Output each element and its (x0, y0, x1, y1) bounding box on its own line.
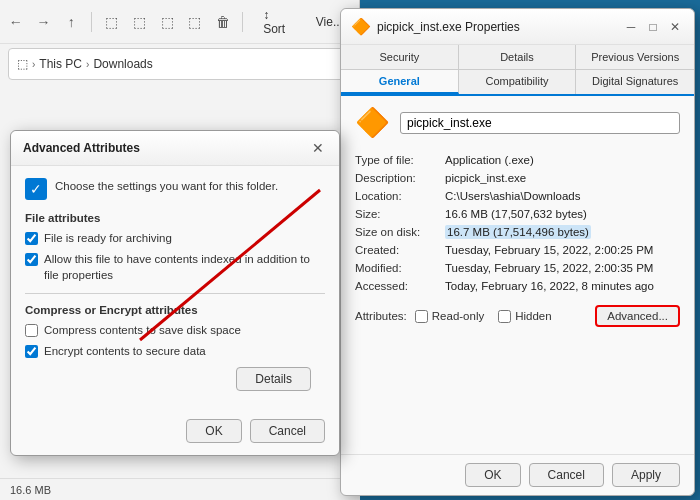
close-button[interactable]: ✕ (666, 18, 684, 36)
hidden-checkbox[interactable] (498, 310, 511, 323)
encrypt-checkbox[interactable] (25, 345, 38, 358)
hidden-check-wrap: Hidden (498, 310, 551, 323)
advanced-button[interactable]: Advanced... (595, 305, 680, 327)
indexing-checkbox[interactable] (25, 253, 38, 266)
dialog-titlebar: Advanced Attributes ✕ (11, 131, 339, 166)
attributes-row: Attributes: Read-only Hidden Advanced... (355, 305, 680, 327)
filename-row: 🔶 (355, 106, 680, 139)
rename-icon[interactable]: ⬚ (187, 12, 203, 32)
location-row: Location: C:\Users\ashia\Downloads (355, 187, 680, 205)
nav-back-icon[interactable]: ← (8, 12, 24, 32)
props-body: 🔶 Type of file: Application (.exe) Descr… (341, 96, 694, 454)
readonly-label: Read-only (432, 310, 484, 322)
dialog-footer: OK Cancel (11, 411, 339, 455)
indexing-label: Allow this file to have contents indexed… (44, 251, 325, 283)
props-title-text: picpick_inst.exe Properties (377, 20, 520, 34)
file-attributes-label: File attributes (25, 212, 325, 224)
archiving-row: File is ready for archiving (25, 230, 325, 246)
status-bar: 16.6 MB (0, 478, 360, 500)
window-buttons: ─ □ ✕ (622, 18, 684, 36)
desc-row: Description: picpick_inst.exe (355, 169, 680, 187)
nav-forward-icon[interactable]: → (36, 12, 52, 32)
minimize-button[interactable]: ─ (622, 18, 640, 36)
desc-value: picpick_inst.exe (445, 169, 680, 187)
copy-icon[interactable]: ⬚ (132, 12, 148, 32)
breadcrumb-home-icon: ⬚ (17, 57, 28, 71)
tab-previous-versions[interactable]: Previous Versions (576, 45, 694, 69)
breadcrumb-downloads[interactable]: Downloads (93, 57, 152, 71)
picpick-icon: 🔶 (351, 17, 371, 36)
folder-check-icon: ✓ (25, 178, 47, 200)
details-btn-row: Details (25, 367, 325, 399)
file-icon: 🔶 (355, 106, 390, 139)
dialog-intro-text: Choose the settings you want for this fo… (55, 178, 278, 194)
accessed-row: Accessed: Today, February 16, 2022, 8 mi… (355, 277, 680, 295)
props-ok-button[interactable]: OK (465, 463, 520, 487)
props-apply-button[interactable]: Apply (612, 463, 680, 487)
maximize-button[interactable]: □ (644, 18, 662, 36)
attrs-label: Attributes: (355, 310, 407, 322)
readonly-checkbox[interactable] (415, 310, 428, 323)
archiving-label: File is ready for archiving (44, 230, 172, 246)
tab-compatibility[interactable]: Compatibility (459, 70, 577, 94)
compress-checkbox[interactable] (25, 324, 38, 337)
readonly-check-wrap: Read-only (415, 310, 484, 323)
size-on-disk-label: Size on disk: (355, 223, 445, 241)
props-tabs-row1: Security Details Previous Versions (341, 45, 694, 70)
tab-digital-signatures[interactable]: Digital Signatures (576, 70, 694, 94)
props-cancel-button[interactable]: Cancel (529, 463, 604, 487)
compress-encrypt-label: Compress or Encrypt attributes (25, 304, 325, 316)
dialog-title: Advanced Attributes (23, 141, 140, 155)
filename-input[interactable] (400, 112, 680, 134)
dialog-close-button[interactable]: ✕ (309, 139, 327, 157)
size-label: Size: (355, 205, 445, 223)
created-value: Tuesday, February 15, 2022, 2:00:25 PM (445, 241, 680, 259)
modified-label: Modified: (355, 259, 445, 277)
sort-button[interactable]: ↕ Sort (255, 5, 296, 39)
tab-general[interactable]: General (341, 70, 459, 94)
size-value: 16.6 MB (17,507,632 bytes) (445, 205, 680, 223)
advanced-attributes-dialog: Advanced Attributes ✕ ✓ Choose the setti… (10, 130, 340, 456)
encrypt-row: Encrypt contents to secure data (25, 343, 325, 359)
archiving-checkbox[interactable] (25, 232, 38, 245)
created-row: Created: Tuesday, February 15, 2022, 2:0… (355, 241, 680, 259)
toolbar-separator (91, 12, 92, 32)
ok-button[interactable]: OK (186, 419, 241, 443)
location-label: Location: (355, 187, 445, 205)
props-titlebar: 🔶 picpick_inst.exe Properties ─ □ ✕ (341, 9, 694, 45)
breadcrumb[interactable]: ⬚ › This PC › Downloads (8, 48, 351, 80)
size-on-disk-value: 16.7 MB (17,514,496 bytes) (445, 223, 680, 241)
details-button[interactable]: Details (236, 367, 311, 391)
compress-label: Compress contents to save disk space (44, 322, 241, 338)
toolbar-separator2 (242, 12, 243, 32)
props-title-row: 🔶 picpick_inst.exe Properties (351, 17, 520, 36)
indexing-row: Allow this file to have contents indexed… (25, 251, 325, 283)
breadcrumb-thispc[interactable]: This PC (39, 57, 82, 71)
paste-icon[interactable]: ⬚ (159, 12, 175, 32)
hidden-label: Hidden (515, 310, 551, 322)
type-value: Application (.exe) (445, 151, 680, 169)
type-label: Type of file: (355, 151, 445, 169)
props-info-table: Type of file: Application (.exe) Descrip… (355, 151, 680, 295)
size-row: Size: 16.6 MB (17,507,632 bytes) (355, 205, 680, 223)
compress-row: Compress contents to save disk space (25, 322, 325, 338)
desc-label: Description: (355, 169, 445, 187)
delete-icon[interactable]: 🗑 (215, 12, 231, 32)
tab-security[interactable]: Security (341, 45, 459, 69)
props-tabs-row2: General Compatibility Digital Signatures (341, 70, 694, 96)
cancel-button[interactable]: Cancel (250, 419, 325, 443)
section-divider (25, 293, 325, 294)
location-value: C:\Users\ashia\Downloads (445, 187, 680, 205)
accessed-value: Today, February 16, 2022, 8 minutes ago (445, 277, 680, 295)
created-label: Created: (355, 241, 445, 259)
size-on-disk-row: Size on disk: 16.7 MB (17,514,496 bytes) (355, 223, 680, 241)
properties-dialog: 🔶 picpick_inst.exe Properties ─ □ ✕ Secu… (340, 8, 695, 496)
nav-up-icon[interactable]: ↑ (63, 12, 79, 32)
props-footer: OK Cancel Apply (341, 454, 694, 495)
new-folder-icon[interactable]: ⬚ (104, 12, 120, 32)
modified-value: Tuesday, February 15, 2022, 2:00:35 PM (445, 259, 680, 277)
tab-details[interactable]: Details (459, 45, 577, 69)
encrypt-label: Encrypt contents to secure data (44, 343, 206, 359)
type-row: Type of file: Application (.exe) (355, 151, 680, 169)
attr-check-group: Read-only Hidden (415, 310, 552, 323)
